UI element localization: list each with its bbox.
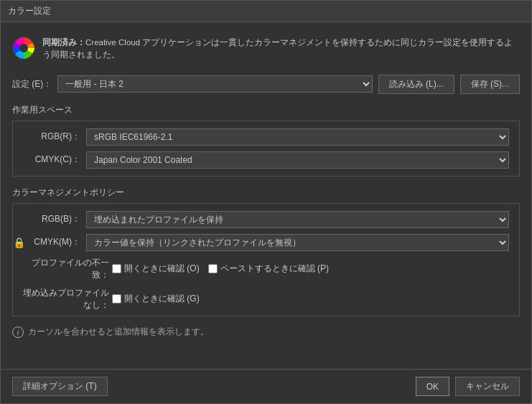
missing-profile-label: 埋め込みプロファイルなし： xyxy=(23,287,109,311)
missing-open-check-text: 開くときに確認 (G) xyxy=(124,293,200,305)
open-check-label[interactable]: 開くときに確認 (O) xyxy=(112,263,200,275)
workspace-title: 作業用スペース xyxy=(12,104,520,116)
profile-mismatch-row: プロファイルの不一致： 開くときに確認 (O) ペーストするときに確認 (P) xyxy=(23,257,509,281)
color-wheel-icon xyxy=(12,37,35,60)
footer-right: OK キャンセル xyxy=(416,377,520,396)
paste-check-text: ペーストするときに確認 (P) xyxy=(220,263,329,275)
settings-row: 設定 (E)： 一般用 - 日本 2 読み込み (L)... 保存 (S)... xyxy=(12,75,520,94)
rgb-select[interactable]: sRGB IEC61966-2.1 xyxy=(86,128,509,146)
paste-check-label[interactable]: ペーストするときに確認 (P) xyxy=(208,263,329,275)
cmyk-row: CMYK(C)： Japan Color 2001 Coated xyxy=(23,151,509,169)
info-text: カーソルを合わせると追加情報を表示します。 xyxy=(28,327,209,337)
missing-open-check-label[interactable]: 開くときに確認 (G) xyxy=(112,293,200,305)
open-checkbox[interactable] xyxy=(112,264,121,273)
policy-title: カラーマネジメントポリシー xyxy=(12,187,520,199)
policy-cmyk-row: 🔒 CMYK(M)： カラー値を保持（リンクされたプロファイルを無視） xyxy=(23,234,509,251)
dialog-title: カラー設定 xyxy=(8,6,51,16)
policy-box: RGB(B)： 埋め込まれたプロファイルを保持 🔒 CMYK(M)： カラー値を… xyxy=(12,203,520,316)
title-bar: カラー設定 xyxy=(1,1,531,22)
paste-checkbox[interactable] xyxy=(208,264,218,273)
content-area: 同期済み：Creative Cloud アプリケーションは一貫したカラーマネジメ… xyxy=(1,22,531,369)
cancel-button[interactable]: キャンセル xyxy=(455,377,520,396)
dialog: カラー設定 同期済み： xyxy=(0,0,532,404)
ok-button[interactable]: OK xyxy=(416,377,449,396)
profile-mismatch-label: プロファイルの不一致： xyxy=(23,257,109,281)
footer: 詳細オプション (T) OK キャンセル xyxy=(1,369,531,403)
svg-point-1 xyxy=(19,44,28,52)
workspace-section: 作業用スペース RGB(R)： sRGB IEC61966-2.1 CMYK(C… xyxy=(12,101,520,177)
workspace-box: RGB(R)： sRGB IEC61966-2.1 CMYK(C)： Japan… xyxy=(12,121,520,177)
policy-rgb-row: RGB(B)： 埋め込まれたプロファイルを保持 xyxy=(23,211,509,228)
lock-icon: 🔒 xyxy=(13,237,25,248)
sync-text: 同期済み：Creative Cloud アプリケーションは一貫したカラーマネジメ… xyxy=(42,37,520,62)
policy-rgb-select[interactable]: 埋め込まれたプロファイルを保持 xyxy=(86,211,509,228)
missing-open-checkbox[interactable] xyxy=(112,294,121,304)
settings-label: 設定 (E)： xyxy=(12,78,52,90)
cmyk-label: CMYK(C)： xyxy=(23,154,80,166)
sync-banner: 同期済み：Creative Cloud アプリケーションは一貫したカラーマネジメ… xyxy=(12,31,520,67)
info-icon: i xyxy=(12,327,24,338)
cmyk-select[interactable]: Japan Color 2001 Coated xyxy=(86,151,509,169)
rgb-label: RGB(R)： xyxy=(23,131,80,143)
rgb-row: RGB(R)： sRGB IEC61966-2.1 xyxy=(23,128,509,146)
load-button[interactable]: 読み込み (L)... xyxy=(378,75,454,94)
policy-section: カラーマネジメントポリシー RGB(B)： 埋め込まれたプロファイルを保持 🔒 … xyxy=(12,184,520,316)
policy-cmyk-select[interactable]: カラー値を保持（リンクされたプロファイルを無視） xyxy=(86,234,509,251)
policy-cmyk-label: CMYK(M)： xyxy=(23,236,80,248)
policy-rgb-label: RGB(B)： xyxy=(23,213,80,225)
sync-message: Creative Cloud アプリケーションは一貫したカラーマネジメントを保持… xyxy=(42,38,513,59)
info-row: i カーソルを合わせると追加情報を表示します。 xyxy=(12,327,520,338)
settings-select[interactable]: 一般用 - 日本 2 xyxy=(57,75,372,93)
open-check-text: 開くときに確認 (O) xyxy=(124,263,200,275)
missing-profile-row: 埋め込みプロファイルなし： 開くときに確認 (G) xyxy=(23,287,509,311)
sync-bold: 同期済み： xyxy=(42,38,85,47)
save-button[interactable]: 保存 (S)... xyxy=(460,75,520,94)
detail-button[interactable]: 詳細オプション (T) xyxy=(12,377,108,396)
